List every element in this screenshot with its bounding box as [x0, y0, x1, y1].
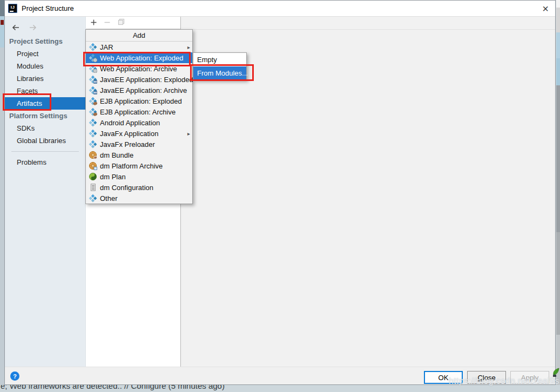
- intellij-logo-icon: IJ: [8, 4, 17, 13]
- sidebar-divider: [11, 151, 79, 152]
- menu-item-javafx-preloader[interactable]: JavaFx Preloader: [86, 139, 192, 150]
- svg-text:EE: EE: [94, 91, 97, 94]
- menu-item-label: Other: [100, 194, 118, 202]
- menu-title: Add: [86, 30, 192, 42]
- annotation-from-modules: [190, 64, 254, 81]
- sidebar-item-libraries[interactable]: Libraries: [5, 72, 85, 85]
- menu-item-dm-plan[interactable]: dm Plan: [86, 171, 192, 182]
- sidebar-item-project[interactable]: Project: [5, 48, 85, 60]
- menu-item-dm-configuration[interactable]: dm Configuration: [86, 182, 192, 193]
- close-icon[interactable]: ×: [536, 1, 555, 17]
- menu-item-label: Android Application: [100, 119, 160, 127]
- artifact-javaee-icon: EE: [89, 86, 97, 94]
- menu-item-label: JavaFx Application: [100, 130, 158, 138]
- menu-item-javaee-application-archive[interactable]: EEJavaEE Application: Archive: [86, 85, 192, 96]
- menu-item-label: JavaFx Preloader: [100, 140, 155, 148]
- menu-item-label: dm Configuration: [100, 184, 153, 192]
- copy-icon[interactable]: [118, 18, 125, 28]
- menu-item-other[interactable]: Other: [86, 193, 192, 204]
- dm-bundle-icon: [89, 151, 97, 159]
- menu-item-label: JAR: [100, 43, 113, 51]
- nav-arrows: [5, 17, 85, 35]
- artifact-plain-icon: [89, 129, 97, 138]
- forward-icon[interactable]: [29, 24, 37, 33]
- menu-item-ejb-application-exploded[interactable]: EJB Application: Exploded: [86, 96, 192, 106]
- menu-item-dm-bundle[interactable]: dm Bundle: [86, 150, 192, 160]
- submenu-arrow-icon: ▸: [187, 44, 190, 50]
- background-mark: [1, 20, 4, 25]
- dialog-titlebar[interactable]: IJ Project Structure ×: [5, 1, 555, 17]
- menu-item-android-application[interactable]: Android Application: [86, 117, 192, 128]
- dialog-title: Project Structure: [22, 4, 74, 12]
- menu-item-dm-platform-archive[interactable]: dm Platform Archive: [86, 160, 192, 171]
- back-icon[interactable]: [11, 24, 20, 33]
- sidebar-item-sdks[interactable]: SDKs: [5, 122, 85, 134]
- sidebar-header-project-settings: Project Settings: [5, 35, 85, 48]
- help-button[interactable]: ?: [10, 371, 19, 381]
- menu-item-label: EJB Application: Exploded: [100, 97, 182, 105]
- menu-item-javafx-application[interactable]: JavaFx Application▸: [86, 128, 192, 139]
- annotation-web-application-exploded: [83, 52, 191, 66]
- artifact-plain-icon: [89, 194, 97, 202]
- watermark: https://blog.csdn.net/zeal9s: [449, 376, 559, 386]
- dm-platform-icon: [89, 161, 97, 170]
- artifact-plain-icon: [89, 140, 97, 148]
- background-ide-right: [556, 0, 560, 392]
- background-ide-left: [0, 0, 4, 392]
- artifact-javaee-icon: EE: [89, 75, 97, 84]
- menu-item-label: JavaEE Application: Archive: [100, 86, 187, 94]
- svg-text:EE: EE: [94, 80, 97, 83]
- dm-config-icon: [89, 183, 97, 192]
- menu-item-label: EJB Application: Archive: [100, 108, 176, 116]
- sidebar-header-platform-settings: Platform Settings: [5, 110, 85, 122]
- sidebar-item-global-libraries[interactable]: Global Libraries: [5, 134, 85, 147]
- sidebar: Project SettingsProjectModulesLibrariesF…: [5, 17, 86, 367]
- artifact-ejb-icon: [89, 107, 97, 116]
- submenu-arrow-icon: ▸: [187, 131, 190, 137]
- remove-icon[interactable]: [104, 18, 110, 28]
- menu-item-label: dm Bundle: [100, 151, 133, 159]
- dm-plan-icon: [89, 172, 97, 181]
- menu-item-ejb-application-archive[interactable]: EJB Application: Archive: [86, 106, 192, 117]
- add-icon[interactable]: [91, 18, 97, 28]
- sidebar-item-problems[interactable]: Problems: [5, 156, 85, 168]
- menu-item-javaee-application-exploded[interactable]: EEJavaEE Application: Exploded: [86, 74, 192, 85]
- sidebar-item-modules[interactable]: Modules: [5, 60, 85, 72]
- toolbar-separator: [181, 29, 555, 30]
- artifacts-toolbar: [86, 17, 180, 29]
- menu-item-jar[interactable]: JAR▸: [86, 42, 192, 52]
- artifact-ejb-icon: [89, 97, 97, 105]
- annotation-artifacts: [3, 93, 51, 111]
- help-icon: ?: [13, 373, 17, 380]
- menu-item-label: dm Platform Archive: [100, 162, 163, 170]
- menu-item-label: JavaEE Application: Exploded: [100, 76, 193, 84]
- menu-item-label: dm Plan: [100, 173, 126, 181]
- artifact-jar-icon: [89, 43, 97, 51]
- artifact-plain-icon: [89, 118, 97, 127]
